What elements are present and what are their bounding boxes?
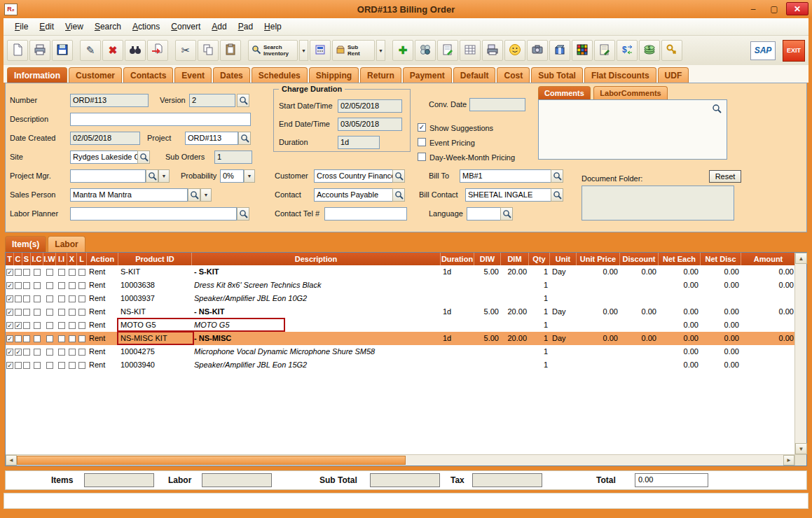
menu-help[interactable]: Help: [259, 20, 287, 34]
close-button[interactable]: ✕: [786, 2, 808, 15]
comments-box[interactable]: [538, 99, 727, 160]
sales-person-field[interactable]: Mantra M Mantra: [70, 188, 188, 202]
duration-field[interactable]: 1d: [338, 136, 380, 149]
product-id-cell[interactable]: 10003940: [118, 358, 192, 372]
duration-cell[interactable]: 1d: [441, 332, 474, 345]
duration-cell[interactable]: [441, 318, 474, 332]
row-checkbox[interactable]: [69, 349, 76, 356]
row-checkbox[interactable]: [69, 335, 76, 342]
tab-shipping[interactable]: Shipping: [309, 67, 359, 83]
action-cell[interactable]: Rent: [87, 279, 118, 292]
menu-pad[interactable]: Pad: [233, 20, 259, 34]
sales-person-search-button[interactable]: [188, 188, 200, 202]
horizontal-scrollbar[interactable]: ◄ ►: [6, 454, 794, 465]
row-checkbox[interactable]: [15, 335, 22, 342]
row-checkbox[interactable]: [46, 349, 53, 356]
dim-cell[interactable]: 20.00: [501, 265, 529, 279]
menu-search[interactable]: Search: [89, 20, 127, 34]
column-header-amount[interactable]: Amount: [741, 253, 796, 265]
description-cell[interactable]: Speaker/Amplifier JBL Eon 10G2: [192, 292, 441, 305]
export-button[interactable]: [147, 40, 168, 61]
row-checkbox[interactable]: ✓: [6, 362, 13, 369]
row-checkbox[interactable]: [15, 295, 22, 302]
net-disc-cell[interactable]: 0.00: [701, 332, 741, 345]
row-checkbox[interactable]: [78, 335, 85, 342]
amount-cell[interactable]: 0.00: [741, 265, 794, 279]
duration-cell[interactable]: 1d: [441, 265, 474, 279]
bill-contact-search-button[interactable]: [551, 188, 563, 202]
diw-cell[interactable]: [474, 318, 501, 332]
description-cell[interactable]: - NS-MISC: [192, 332, 441, 345]
action-cell[interactable]: Rent: [87, 318, 118, 332]
description-cell[interactable]: MOTO G5: [192, 318, 441, 332]
contact-search-button[interactable]: [392, 188, 405, 202]
column-header-action[interactable]: Action: [87, 253, 118, 265]
qty-cell[interactable]: 1: [529, 279, 550, 292]
row-checkbox[interactable]: [69, 282, 76, 289]
contact-field[interactable]: Accounts Payable: [314, 188, 405, 202]
dwm-pricing-checkbox[interactable]: [418, 153, 426, 161]
unit-price-cell[interactable]: [577, 279, 620, 292]
document-folder-box[interactable]: [582, 186, 734, 220]
grid-view-button[interactable]: [460, 40, 481, 61]
column-header-duration[interactable]: Duration: [441, 253, 474, 265]
unlock-key-button[interactable]: [661, 40, 682, 61]
action-cell[interactable]: Rent: [87, 345, 118, 358]
column-header-net-each[interactable]: Net Each: [659, 253, 701, 265]
description-cell[interactable]: Dress Kit 8x6' Screen Technics Black: [192, 279, 441, 292]
project-mgr-field[interactable]: [70, 169, 146, 183]
unit-price-cell[interactable]: [577, 318, 620, 332]
row-checkbox[interactable]: [58, 269, 65, 276]
qty-cell[interactable]: 1: [529, 292, 550, 305]
description-field[interactable]: [70, 113, 251, 126]
row-checkbox[interactable]: [69, 322, 76, 329]
row-checkbox[interactable]: [58, 295, 65, 302]
show-suggestions-checkbox[interactable]: ✓: [418, 123, 426, 132]
discount-cell[interactable]: [620, 292, 659, 305]
amount-cell[interactable]: [741, 358, 794, 372]
event-pricing-checkbox[interactable]: [418, 138, 426, 146]
menu-file[interactable]: File: [9, 20, 34, 34]
project-mgr-search-button[interactable]: [146, 169, 158, 183]
unit-price-cell[interactable]: 0.00: [577, 305, 620, 318]
unit-cell[interactable]: [550, 292, 577, 305]
kit-cube-button[interactable]: [572, 40, 593, 61]
diw-cell[interactable]: 5.00: [474, 332, 501, 345]
edit-button[interactable]: ✎: [80, 40, 101, 61]
copy-button[interactable]: [198, 40, 219, 61]
sap-button[interactable]: SAP: [750, 41, 776, 60]
net-disc-cell[interactable]: 0.00: [701, 305, 741, 318]
menu-actions[interactable]: Actions: [127, 20, 165, 34]
action-cell[interactable]: Rent: [87, 332, 118, 345]
description-cell[interactable]: Speaker/Amplifier JBL Eon 15G2: [192, 358, 441, 372]
row-checkbox[interactable]: ✓: [15, 349, 22, 356]
tab-customer[interactable]: Customer: [69, 67, 122, 83]
probability-dropdown[interactable]: ▼: [244, 169, 255, 183]
date-created-field[interactable]: 02/05/2018: [70, 132, 140, 145]
row-checkbox[interactable]: [23, 295, 30, 302]
customer-smiley-button[interactable]: [504, 40, 525, 61]
row-checkbox[interactable]: [58, 349, 65, 356]
row-checkbox[interactable]: [46, 309, 53, 316]
site-search-button[interactable]: [137, 150, 150, 164]
row-checkbox[interactable]: ✓: [6, 282, 13, 289]
action-cell[interactable]: Rent: [87, 358, 118, 372]
comments-search-button[interactable]: [710, 102, 723, 115]
row-checkbox[interactable]: [34, 295, 41, 302]
discount-cell[interactable]: [620, 279, 659, 292]
amount-cell[interactable]: 0.00: [741, 305, 794, 318]
row-checkbox[interactable]: ✓: [6, 269, 13, 276]
discount-cell[interactable]: [620, 358, 659, 372]
row-checkbox[interactable]: ✓: [6, 295, 13, 302]
new-document-button[interactable]: [7, 40, 28, 61]
row-checkbox[interactable]: [69, 269, 76, 276]
row-checkbox[interactable]: [34, 362, 41, 369]
row-checkbox[interactable]: [23, 335, 30, 342]
net-disc-cell[interactable]: 0.00: [701, 279, 741, 292]
row-checkbox[interactable]: [34, 335, 41, 342]
row-checkbox[interactable]: [23, 362, 30, 369]
tab-schedules[interactable]: Schedules: [252, 67, 308, 83]
scroll-right-arrow[interactable]: ►: [783, 455, 794, 465]
row-checkbox[interactable]: [15, 269, 22, 276]
row-checkbox[interactable]: [58, 362, 65, 369]
